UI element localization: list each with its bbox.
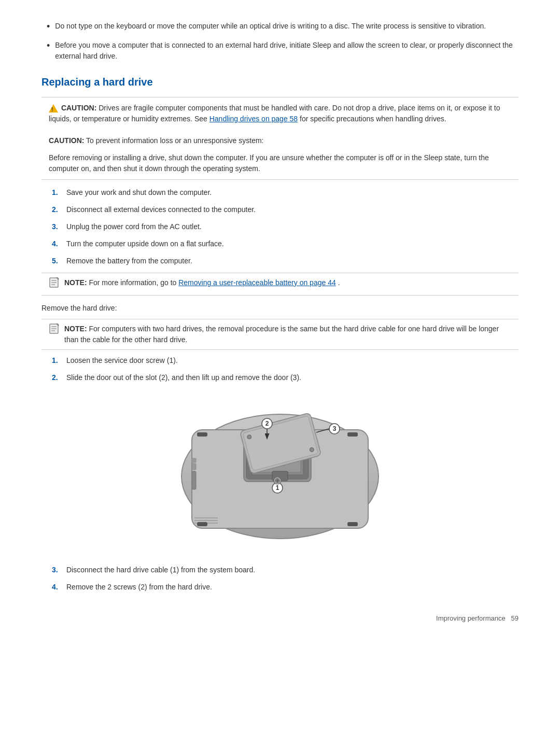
laptop-diagram: 1 2 3: [166, 393, 394, 549]
step-1-4-text: Turn the computer upside down on a flat …: [66, 238, 224, 249]
step-1-2-num: 2.: [52, 204, 66, 215]
note-1-content: NOTE: For more information, go to Removi…: [64, 277, 340, 288]
caution-2-label: CAUTION:: [49, 136, 84, 145]
step-2-1-text: Loosen the service door screw (1).: [66, 355, 178, 366]
svg-text:✎: ✎: [56, 277, 60, 281]
step-3-2-num: 4.: [52, 582, 66, 593]
step-3-1-num: 3.: [52, 565, 66, 575]
step-2-2-text: Slide the door out of the slot (2), and …: [66, 372, 301, 383]
caution-2-text: To prevent information loss or an unresp…: [86, 136, 263, 145]
step-3-1: 3. Disconnect the hard drive cable (1) f…: [52, 565, 519, 575]
step-1-4-num: 4.: [52, 238, 66, 249]
intro-bullets: Do not type on the keyboard or move the …: [41, 21, 519, 62]
step-1-3-num: 3.: [52, 221, 66, 232]
caution-1-link[interactable]: Handling drives on page 58: [209, 115, 298, 123]
note-2-label: NOTE:: [64, 325, 87, 333]
step-1-2-text: Disconnect all external devices connecte…: [66, 204, 256, 215]
step-3-2: 4. Remove the 2 screws (2) from the hard…: [52, 582, 519, 593]
note-book-icon-1: ✎: [49, 277, 60, 291]
note-2-text: For computers with two hard drives, the …: [64, 325, 499, 344]
caution-1-content: CAUTION: Drives are fragile computer com…: [49, 103, 511, 124]
svg-text:3: 3: [333, 425, 337, 432]
step-2-2: 2. Slide the door out of the slot (2), a…: [52, 372, 519, 383]
svg-rect-27: [347, 432, 358, 437]
step-1-4: 4. Turn the computer upside down on a fl…: [52, 238, 519, 249]
laptop-image-container: 1 2 3: [41, 393, 519, 549]
caution-1-label: CAUTION:: [61, 104, 96, 112]
svg-rect-24: [197, 522, 207, 526]
warning-triangle-icon: [49, 104, 58, 113]
bullet-item-2: Before you move a computer that is conne…: [41, 40, 519, 62]
bullet-item-1: Do not type on the keyboard or move the …: [41, 21, 519, 34]
svg-rect-25: [347, 522, 358, 526]
caution-2-content: CAUTION: To prevent information loss or …: [49, 135, 511, 146]
step-1-3-text: Unplug the power cord from the AC outlet…: [66, 221, 202, 232]
caution-box-1: CAUTION: Drives are fragile computer com…: [41, 97, 519, 180]
step-1-1-num: 1.: [52, 187, 66, 198]
step-2-1-num: 1.: [52, 355, 66, 366]
footer-text: Improving performance: [436, 613, 506, 624]
step-1-5-text: Remove the battery from the computer.: [66, 256, 192, 266]
step-2-2-num: 2.: [52, 372, 66, 383]
section-heading: Replacing a hard drive: [41, 74, 519, 90]
page-footer: Improving performance 59: [41, 613, 519, 624]
svg-rect-30: [192, 458, 196, 462]
caution-1-text2: for specific precautions when handling d…: [300, 115, 446, 123]
svg-rect-28: [192, 471, 196, 489]
step-3-2-text: Remove the 2 screws (2) from the hard dr…: [66, 582, 212, 593]
svg-text:✎: ✎: [56, 324, 60, 327]
step-2-1: 1. Loosen the service door screw (1).: [52, 355, 519, 366]
svg-text:1: 1: [276, 484, 279, 491]
steps-2-list: 1. Loosen the service door screw (1). 2.…: [52, 355, 519, 383]
note-1-link[interactable]: Removing a user-replaceable battery on p…: [178, 278, 336, 287]
step-1-1: 1. Save your work and shut down the comp…: [52, 187, 519, 198]
steps-3-list: 3. Disconnect the hard drive cable (1) f…: [52, 565, 519, 593]
note-1-label: NOTE:: [64, 278, 87, 287]
note-1-text2: .: [338, 278, 340, 287]
note-2-content: NOTE: For computers with two hard drives…: [64, 324, 511, 345]
step-1-1-text: Save your work and shut down the compute…: [66, 187, 212, 198]
caution-para: Before removing or installing a drive, s…: [49, 152, 511, 174]
steps-1-list: 1. Save your work and shut down the comp…: [52, 187, 519, 266]
remove-hd-label: Remove the hard drive:: [41, 303, 519, 314]
svg-text:2: 2: [265, 420, 269, 427]
note-box-2: ✎ NOTE: For computers with two hard driv…: [41, 319, 519, 350]
note-book-icon-2: ✎: [49, 324, 60, 337]
step-1-5-num: 5.: [52, 256, 66, 266]
step-1-2: 2. Disconnect all external devices conne…: [52, 204, 519, 215]
step-1-5: 5. Remove the battery from the computer.: [52, 256, 519, 266]
note-box-1: ✎ NOTE: For more information, go to Remo…: [41, 273, 519, 296]
note-1-text: For more information, go to: [89, 278, 178, 287]
footer-page: 59: [511, 613, 519, 624]
step-1-3: 3. Unplug the power cord from the AC out…: [52, 221, 519, 232]
svg-rect-29: [192, 463, 196, 470]
svg-rect-26: [197, 432, 207, 437]
step-3-1-text: Disconnect the hard drive cable (1) from…: [66, 565, 255, 575]
